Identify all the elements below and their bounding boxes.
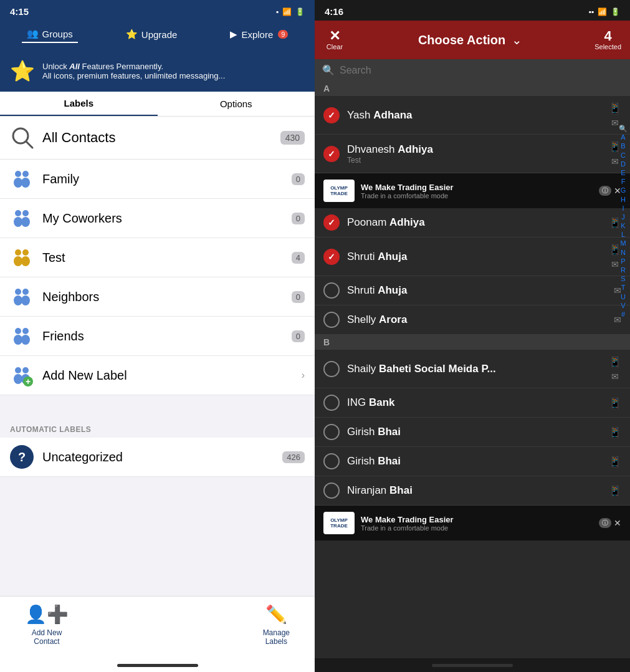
tab-labels[interactable]: Labels [0, 92, 158, 116]
nav-explore[interactable]: ▶ Explore 9 [225, 26, 293, 42]
auto-labels-divider [0, 395, 315, 418]
label-item-family[interactable]: Family 0 [0, 160, 315, 199]
right-panel: 4:16 ▪▪ 📶 🔋 ✕ Clear Choose Action ⌄ 4 Se… [315, 0, 630, 672]
contact-name-ing: ING Bank [347, 396, 609, 409]
alpha-c[interactable]: C [619, 151, 627, 160]
contact-name-shaily: Shaily Baheti Social Meida P... [347, 363, 609, 375]
label-item-friends[interactable]: Friends 0 [0, 317, 315, 356]
contact-name-girish-1: Girish Bhai [347, 426, 609, 438]
alpha-f[interactable]: F [620, 178, 627, 186]
manage-labels-icon: ✏️ [265, 604, 287, 625]
checkbox-shelly[interactable] [323, 312, 340, 328]
nav-upgrade[interactable]: ⭐ Upgrade [121, 26, 183, 42]
alpha-g[interactable]: G [619, 186, 628, 194]
clear-x-icon: ✕ [329, 29, 340, 43]
svg-point-22 [15, 367, 21, 373]
checkbox-shaily[interactable] [323, 361, 340, 377]
upgrade-icon: ⭐ [126, 29, 138, 40]
alpha-v[interactable]: V [619, 302, 626, 310]
test-count: 4 [292, 252, 305, 264]
search-input[interactable] [340, 65, 623, 76]
ad-x-button-2[interactable]: ✕ [614, 518, 621, 528]
phone-icon-girish-1: 📱 [609, 426, 621, 438]
all-contacts-row[interactable]: All Contacts 430 [0, 117, 315, 160]
ad-text-1: We Make Trading Easier Trade in a comfor… [361, 183, 593, 199]
checkbox-ing[interactable] [323, 395, 340, 411]
neighbors-label: Neighbors [42, 290, 292, 304]
contact-row-niranjan[interactable]: Niranjan Bhai 📱 [315, 476, 630, 506]
time-left: 4:15 [10, 6, 29, 17]
alpha-e[interactable]: E [619, 169, 626, 177]
choose-action-center[interactable]: Choose Action ⌄ [355, 32, 586, 47]
alpha-j[interactable]: J [620, 213, 626, 221]
alpha-s[interactable]: S [619, 275, 626, 283]
checkbox-niranjan[interactable] [323, 482, 340, 499]
checkbox-girish-2[interactable] [323, 453, 340, 469]
promo-text: Unlock All Features Permanently. All ico… [42, 62, 225, 80]
alpha-k[interactable]: K [619, 222, 626, 230]
alpha-l[interactable]: L [620, 231, 626, 239]
neighbors-count: 0 [292, 291, 305, 303]
contact-row-shaily[interactable]: Shaily Baheti Social Meida P... 📱 ✉ [315, 350, 630, 388]
section-a: A [315, 81, 630, 96]
contact-row-poonam[interactable]: ✓ Poonam Adhiya 📱 [315, 208, 630, 238]
checkbox-poonam[interactable]: ✓ [323, 214, 340, 231]
alpha-b[interactable]: B [619, 142, 626, 150]
alpha-i[interactable]: I [621, 204, 625, 213]
contact-name-shruti-2: Shruti Ahuja [347, 284, 614, 297]
contact-info-yash: Yash Adhana [347, 109, 609, 122]
svg-point-24 [14, 374, 22, 384]
friends-label: Friends [42, 329, 292, 343]
promo-banner[interactable]: ⭐ Unlock All Features Permanently. All i… [0, 50, 315, 92]
add-contact-label: Add NewContact [32, 628, 62, 646]
checkbox-dhvanesh[interactable]: ✓ [323, 146, 340, 162]
contact-row-girish-1[interactable]: Girish Bhai 📱 [315, 418, 630, 447]
label-item-neighbors[interactable]: Neighbors 0 [0, 277, 315, 317]
alpha-n[interactable]: N [619, 249, 627, 257]
ad-info-icon-1[interactable]: ⓘ [599, 186, 611, 196]
friends-icon [10, 324, 34, 348]
checkbox-shruti-1[interactable]: ✓ [323, 249, 340, 265]
label-item-addlabel[interactable]: + Add New Label › [0, 356, 315, 395]
contact-row-shelly[interactable]: Shelly Arora ✉ [315, 305, 630, 335]
tab-options[interactable]: Options [158, 92, 315, 116]
uncategorized-item[interactable]: ? Uncategorized 426 [0, 438, 315, 477]
uncategorized-icon: ? [10, 445, 34, 469]
labels-list: Family 0 My Coworkers 0 [0, 160, 315, 596]
checkbox-yash-adhana[interactable]: ✓ [323, 107, 340, 123]
alpha-h[interactable]: H [619, 196, 627, 204]
contact-name-shelly: Shelly Arora [347, 314, 614, 326]
contact-info-shruti-2: Shruti Ahuja [347, 284, 614, 297]
contact-row-girish-2[interactable]: Girish Bhai 📱 [315, 447, 630, 476]
add-new-contact-button[interactable]: 👤➕ Add NewContact [25, 604, 69, 646]
label-item-coworkers[interactable]: My Coworkers 0 [0, 199, 315, 238]
svg-point-10 [15, 249, 21, 256]
nav-bar: 👥 Groups ⭐ Upgrade ▶ Explore 9 [0, 21, 315, 50]
alpha-p[interactable]: P [619, 257, 626, 266]
contact-row-dhvanesh[interactable]: ✓ Dhvanesh Adhiya Test 📱 ✉ [315, 135, 630, 173]
clear-button[interactable]: ✕ Clear [315, 21, 355, 59]
contact-row-shruti-2[interactable]: Shruti Ahuja ✉ [315, 276, 630, 305]
alpha-a[interactable]: A [619, 133, 626, 142]
nav-groups[interactable]: 👥 Groups [22, 26, 78, 43]
contact-row-shruti-1[interactable]: ✓ Shruti Ahuja 📱 ✉ [315, 238, 630, 276]
checkbox-shruti-2[interactable] [323, 282, 340, 299]
alpha-t[interactable]: T [620, 284, 627, 292]
checkbox-girish-1[interactable] [323, 424, 340, 440]
test-label: Test [42, 251, 292, 265]
checkmark-shruti-1: ✓ [328, 252, 335, 262]
alpha-search[interactable]: 🔍 [618, 125, 629, 133]
svg-point-15 [22, 289, 29, 295]
status-icons-left: ▪ 📶 🔋 [276, 7, 305, 16]
ad-info-icon-2[interactable]: ⓘ [599, 518, 611, 528]
alpha-m[interactable]: M [619, 239, 627, 247]
manage-labels-button[interactable]: ✏️ ManageLabels [263, 604, 290, 646]
contact-row-ing[interactable]: ING Bank 📱 [315, 388, 630, 418]
alpha-r[interactable]: R [619, 266, 627, 274]
alpha-d[interactable]: D [619, 160, 627, 168]
alpha-hash[interactable]: # [620, 310, 626, 319]
contact-row-yash-adhana[interactable]: ✓ Yash Adhana 📱 ✉ [315, 96, 630, 135]
alpha-u[interactable]: U [619, 293, 627, 301]
label-item-test[interactable]: Test 4 [0, 238, 315, 277]
email-icon-shaily: ✉ [611, 372, 619, 382]
